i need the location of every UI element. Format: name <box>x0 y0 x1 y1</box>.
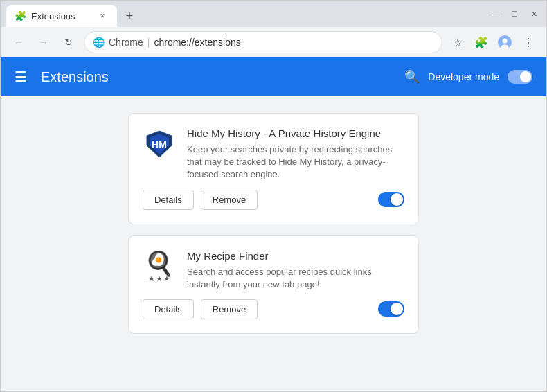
url-bar[interactable]: 🌐 Chrome | chrome://extensions <box>84 31 442 53</box>
stars-decoration: ★★★ <box>148 274 171 283</box>
reload-button[interactable]: ↻ <box>59 33 78 52</box>
header-right: 🔍 Developer mode <box>404 69 532 84</box>
extension-description: Keep your searches private by redirectin… <box>187 143 404 181</box>
site-icon: 🌐 <box>93 37 105 48</box>
extension-puzzle-icon[interactable]: 🧩 <box>472 33 491 52</box>
address-actions: ☆ 🧩 ⋮ <box>448 33 538 52</box>
enable-toggle-hide-my-history[interactable] <box>378 192 404 207</box>
extension-info: Hide My History - A Private History Engi… <box>187 127 404 181</box>
remove-button-recipe-finder[interactable]: Remove <box>201 299 258 319</box>
developer-mode-toggle[interactable] <box>508 70 532 84</box>
maximize-button[interactable]: ☐ <box>508 7 521 21</box>
extension-card-hide-my-history: HM Hide My History - A Private History E… <box>128 113 419 224</box>
enable-toggle-recipe-finder[interactable] <box>378 301 404 317</box>
window-controls: — ☐ ✕ <box>488 7 541 21</box>
tab-close-button[interactable]: × <box>96 10 109 22</box>
page-title: Extensions <box>41 69 391 85</box>
extension-icon-shield: HM <box>143 127 176 161</box>
page-content: HM Hide My History - A Private History E… <box>1 96 546 391</box>
url-separator: | <box>147 37 150 48</box>
svg-text:HM: HM <box>152 139 167 150</box>
chrome-menu-button[interactable]: ⋮ <box>519 33 538 52</box>
extension-description-2: Search and access popular recipes quick … <box>187 266 404 291</box>
developer-mode-label: Developer mode <box>428 71 499 82</box>
remove-button-hide-my-history[interactable]: Remove <box>201 190 258 210</box>
title-bar: 🧩 Extensions × + — ☐ ✕ <box>1 1 546 27</box>
card-top-2: 🍳 ★★★ My Recipe Finder Search and access… <box>143 250 404 291</box>
new-tab-button[interactable]: + <box>120 6 139 26</box>
site-name: Chrome <box>109 37 143 48</box>
extension-name-2: My Recipe Finder <box>187 250 404 262</box>
tab-title: Extensions <box>31 11 91 21</box>
minimize-button[interactable]: — <box>488 7 502 21</box>
card-top: HM Hide My History - A Private History E… <box>143 127 404 181</box>
extension-icon-chef: 🍳 ★★★ <box>143 250 176 283</box>
tab-bar: 🧩 Extensions × + <box>6 1 483 27</box>
menu-icon[interactable]: ☰ <box>15 69 27 85</box>
tab-icon: 🧩 <box>15 10 26 21</box>
close-window-button[interactable]: ✕ <box>527 7 541 21</box>
search-icon[interactable]: 🔍 <box>404 69 420 84</box>
chef-hat-icon: 🍳 <box>145 249 174 277</box>
user-profile-button[interactable] <box>495 33 514 52</box>
details-button-recipe-finder[interactable]: Details <box>143 299 194 319</box>
extensions-header: ☰ Extensions 🔍 Developer mode <box>1 57 546 96</box>
details-button-hide-my-history[interactable]: Details <box>143 190 194 210</box>
extension-name: Hide My History - A Private History Engi… <box>187 127 404 139</box>
active-tab[interactable]: 🧩 Extensions × <box>6 5 117 27</box>
url-text: chrome://extensions <box>154 37 240 48</box>
card-bottom-2: Details Remove <box>143 299 404 319</box>
extension-info-2: My Recipe Finder Search and access popul… <box>187 250 404 291</box>
extension-card-recipe-finder: 🍳 ★★★ My Recipe Finder Search and access… <box>128 235 419 334</box>
card-bottom: Details Remove <box>143 190 404 210</box>
back-button[interactable]: ← <box>9 33 28 52</box>
address-bar: ← → ↻ 🌐 Chrome | chrome://extensions ☆ 🧩… <box>1 27 546 57</box>
bookmark-button[interactable]: ☆ <box>448 33 467 52</box>
browser-window: 🧩 Extensions × + — ☐ ✕ ← → ↻ 🌐 Chrome | … <box>0 0 547 392</box>
svg-point-1 <box>503 39 508 44</box>
forward-button[interactable]: → <box>34 33 53 52</box>
